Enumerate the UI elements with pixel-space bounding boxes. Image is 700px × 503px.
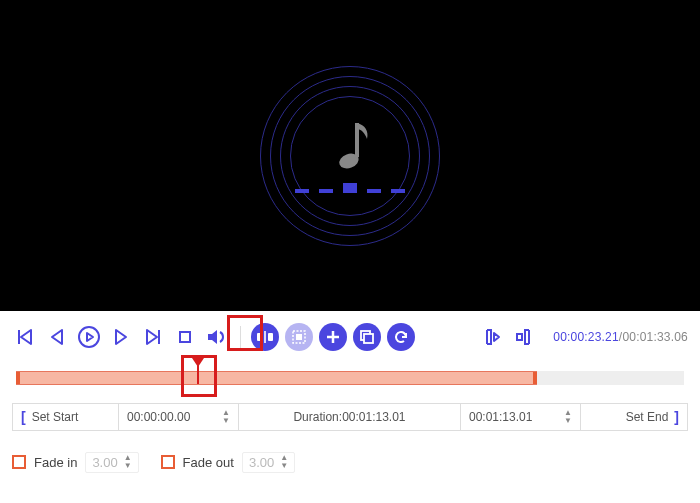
svg-point-1 — [79, 327, 99, 347]
fade-in-value: 3.00 — [92, 455, 117, 470]
preview-area — [0, 0, 700, 311]
end-time-stepper[interactable]: ▲▼ — [564, 410, 572, 424]
go-start-button[interactable] — [12, 324, 38, 350]
duration-value: 00:01:13.01 — [342, 410, 405, 424]
fade-in-checkbox[interactable] — [12, 455, 26, 469]
split-button[interactable] — [251, 323, 279, 351]
svg-rect-4 — [268, 333, 273, 341]
set-start-label: Set Start — [32, 410, 79, 424]
controls-panel: 00:00:23.21/00:01:33.06 [ Set Start 00:0… — [0, 311, 700, 503]
set-start-button[interactable]: [ Set Start — [13, 404, 119, 430]
frame-back-button[interactable] — [44, 324, 70, 350]
start-time-value: 00:00:00.00 — [127, 410, 190, 424]
play-button[interactable] — [76, 324, 102, 350]
go-end-button[interactable] — [140, 324, 166, 350]
add-segment-button[interactable] — [319, 323, 347, 351]
playhead[interactable] — [191, 358, 205, 384]
fade-in-label: Fade in — [34, 455, 77, 470]
music-note-icon — [327, 119, 373, 175]
duration-display: Duration:00:01:13.01 — [239, 404, 461, 430]
duration-label: Duration: — [293, 410, 342, 424]
fade-row: Fade in 3.00 ▲▼ Fade out 3.00 ▲▼ — [12, 449, 688, 475]
frame-fwd-button[interactable] — [108, 324, 134, 350]
fade-out-value: 3.00 — [249, 455, 274, 470]
fade-in-value-field[interactable]: 3.00 ▲▼ — [85, 452, 138, 473]
svg-rect-3 — [257, 333, 262, 341]
playback-toolbar: 00:00:23.21/00:01:33.06 — [12, 317, 688, 357]
start-time-stepper[interactable]: ▲▼ — [222, 410, 230, 424]
fade-in-stepper[interactable]: ▲▼ — [124, 455, 132, 469]
mark-in-button[interactable] — [479, 324, 505, 350]
fade-out-checkbox[interactable] — [161, 455, 175, 469]
copy-segment-button[interactable] — [353, 323, 381, 351]
current-time: 00:00:23.21 — [553, 330, 619, 344]
timeline[interactable] — [12, 363, 688, 393]
crop-button[interactable] — [285, 323, 313, 351]
end-time-field[interactable]: 00:01:13.01 ▲▼ — [461, 404, 581, 430]
stop-button[interactable] — [172, 324, 198, 350]
volume-button[interactable] — [204, 324, 230, 350]
fade-out-value-field[interactable]: 3.00 ▲▼ — [242, 452, 295, 473]
timecode-display: 00:00:23.21/00:01:33.06 — [553, 330, 688, 344]
end-time-value: 00:01:13.01 — [469, 410, 532, 424]
selection-handle-right[interactable] — [533, 372, 537, 384]
svg-rect-10 — [517, 334, 522, 340]
bracket-close-icon: ] — [674, 409, 679, 425]
svg-rect-2 — [180, 332, 190, 342]
set-end-button[interactable]: Set End ] — [581, 404, 687, 430]
range-row: [ Set Start 00:00:00.00 ▲▼ Duration:00:0… — [12, 403, 688, 431]
fade-out-stepper[interactable]: ▲▼ — [280, 455, 288, 469]
svg-rect-5 — [264, 331, 266, 343]
selection-handle-left[interactable] — [16, 372, 20, 384]
timeline-selection[interactable] — [16, 371, 537, 385]
set-end-label: Set End — [626, 410, 669, 424]
undo-button[interactable] — [387, 323, 415, 351]
svg-rect-9 — [364, 334, 373, 343]
start-time-field[interactable]: 00:00:00.00 ▲▼ — [119, 404, 239, 430]
svg-rect-7 — [296, 334, 302, 340]
equalizer-bars — [295, 183, 405, 193]
mark-out-button[interactable] — [511, 324, 537, 350]
total-time: 00:01:33.06 — [622, 330, 688, 344]
audio-visualizer — [260, 66, 440, 246]
svg-rect-11 — [197, 364, 199, 384]
bracket-open-icon: [ — [21, 409, 26, 425]
fade-out-label: Fade out — [183, 455, 234, 470]
